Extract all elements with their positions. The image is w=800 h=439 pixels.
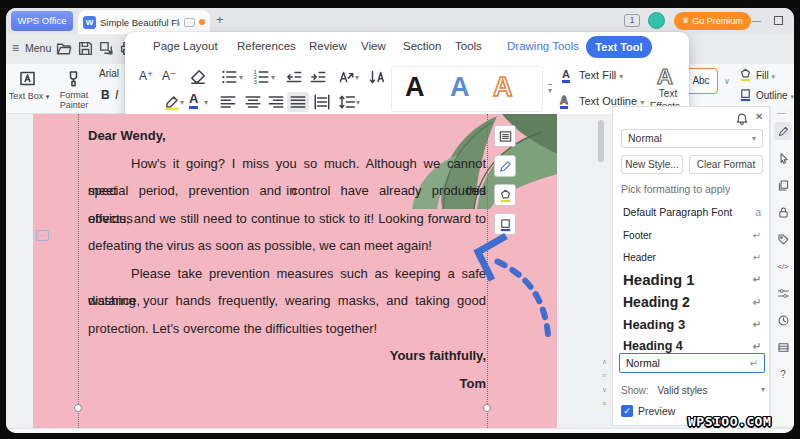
open-file-icon[interactable] [56,40,73,57]
numbered-list-icon[interactable] [252,68,270,86]
user-avatar[interactable] [648,12,665,29]
show-filter-row[interactable]: Show: Valid styles ▾ [621,385,765,396]
save-icon[interactable] [77,40,94,57]
format-painter-label-1[interactable]: Format [52,90,96,100]
format-painter-label-2[interactable]: Painter [52,100,96,110]
tab-page-layout[interactable]: Page Layout [153,40,218,52]
mini-fill-button[interactable] [494,184,516,206]
anchor-marker-icon[interactable]: — [36,230,49,241]
tab-tools[interactable]: Tools [455,40,482,52]
format-painter-icon[interactable] [64,69,83,88]
rail-table-icon[interactable] [774,338,792,356]
bullet-list-icon[interactable] [220,68,238,86]
text-box-icon[interactable] [18,69,37,88]
app-menu-button[interactable]: WPS Office [11,11,73,31]
style-item-normal-selected[interactable]: Normal↵ [619,353,765,373]
align-center-icon[interactable] [244,93,262,111]
numbered-list-caret-icon[interactable]: ▾ [271,73,275,82]
shape-outline-icon[interactable] [738,87,753,102]
maximize-button[interactable] [774,16,783,25]
wordart-style-plain[interactable]: A [405,74,425,101]
style-dropdown[interactable]: Normal ▾ [621,129,763,148]
sort-icon[interactable] [368,68,386,86]
rail-settings-icon[interactable] [774,284,792,302]
minimize-button[interactable]: — [752,16,761,26]
bullet-list-caret-icon[interactable]: ▾ [239,73,243,82]
style-item-footer[interactable]: Footer↵ [615,224,769,246]
new-style-button[interactable]: New Style... [621,155,683,174]
comment-bubble-icon[interactable]: ⋯ [184,18,195,27]
rail-select-icon[interactable] [774,149,792,167]
clear-format-icon[interactable] [189,68,207,86]
style-item-heading3[interactable]: Heading 3↵ [615,313,769,335]
mini-textbox-settings-button[interactable] [494,125,516,147]
rail-tag-icon[interactable] [774,230,792,248]
shape-fill-button[interactable]: Fill ▾ [756,70,775,81]
character-scale-caret-icon[interactable]: ▾ [355,73,359,82]
preview-checkbox[interactable]: ✓ [621,405,633,417]
strip-widget-icon[interactable]: ∧ [602,358,607,366]
style-item-default-paragraph-font[interactable]: Default Paragraph Fonta [615,201,769,223]
textbox-border-left[interactable] [78,114,79,428]
shape-outline-button[interactable]: Outline ▾ Shape [756,90,794,101]
tab-drawing-tools[interactable]: Drawing Tools [507,40,579,52]
bold-button[interactable]: B [101,88,110,102]
style-item-header[interactable]: Header↵ [615,246,769,268]
decrease-indent-icon[interactable] [285,68,303,86]
document-scrollbar[interactable] [598,120,604,162]
decrease-font-button[interactable]: A⁻ [162,69,176,83]
align-justify-icon[interactable] [289,93,307,111]
strip-widget-icon[interactable]: ∨ [602,386,607,394]
rail-styles-icon[interactable] [774,122,792,140]
menu-label[interactable]: Menu [25,42,51,54]
preset-gallery-caret-icon[interactable]: ∨ [724,77,730,86]
new-tab-button[interactable]: + [216,12,224,27]
clear-format-button[interactable]: Clear Format [689,155,763,174]
tab-section[interactable]: Section [403,40,441,52]
line-spacing-caret-icon[interactable]: ▾ [356,98,360,107]
tab-view[interactable]: View [361,40,386,52]
italic-button[interactable]: I [115,88,118,102]
menu-icon[interactable]: ≡ [12,41,19,55]
wordart-gallery-expand-icon[interactable]: ▾ [548,84,552,95]
style-item-heading2[interactable]: Heading 2↵ [615,291,769,313]
align-left-icon[interactable] [219,93,237,111]
shape-fill-icon[interactable] [738,67,753,82]
rail-history-icon[interactable] [774,311,792,329]
increase-font-button[interactable]: A⁺ [139,69,153,83]
highlight-caret-icon[interactable]: ▾ [180,98,184,107]
text-box-button[interactable]: Text Box ▾ [6,91,52,101]
strip-widget-icon[interactable]: ≡ [602,400,606,407]
line-spacing-icon[interactable] [338,93,356,111]
rail-pages-icon[interactable] [774,176,792,194]
distribute-icon[interactable] [313,93,331,111]
document-tab[interactable]: W Simple Beautiful Flower.docx ⋯ [78,10,210,34]
rail-code-icon[interactable]: </> [774,257,792,275]
close-panel-icon[interactable]: ✕ [755,111,763,122]
textbox-handle-left[interactable] [74,404,82,412]
rail-protect-icon[interactable] [774,203,792,221]
style-item-heading1[interactable]: Heading 1↵ [615,268,769,290]
wordart-style-blue[interactable]: A [450,74,470,101]
show-value[interactable]: Valid styles [658,385,708,396]
tab-references[interactable]: References [237,40,296,52]
tab-text-tool[interactable]: Text Tool [586,36,652,58]
rail-help-icon[interactable]: ? [774,365,792,383]
font-color-icon[interactable]: A [189,92,198,109]
export-icon[interactable] [98,40,115,57]
character-scale-icon[interactable] [337,68,355,86]
tab-review[interactable]: Review [309,40,347,52]
window-count-badge[interactable]: 1 [624,14,640,27]
text-effects-icon[interactable]: A [657,64,673,90]
strip-widget-icon[interactable]: ≡ [602,372,606,379]
bell-icon[interactable] [735,112,749,126]
font-color-caret-icon[interactable]: ▾ [204,98,208,107]
go-premium-button[interactable]: ♛ Go Premium [674,12,751,30]
highlight-color-icon[interactable] [163,93,181,111]
textbox-handle-right[interactable] [483,404,491,412]
text-fill-button[interactable]: Text Fill ▾ [579,69,623,81]
mini-edit-button[interactable] [494,155,516,177]
increase-indent-icon[interactable] [309,68,327,86]
letter-text[interactable]: Dear Wendy, How's it going? I miss you s… [88,122,486,397]
wordart-style-orange-outline[interactable]: A [493,74,513,101]
